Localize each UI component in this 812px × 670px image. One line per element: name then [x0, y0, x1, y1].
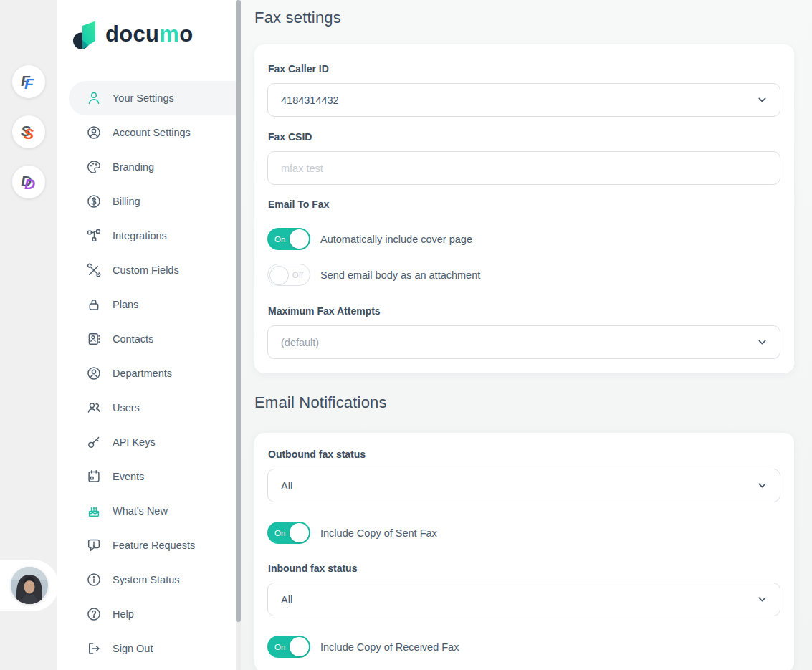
user-avatar-holder	[0, 560, 59, 611]
sidebar-item-custom-fields[interactable]: Custom Fields	[57, 253, 241, 287]
sidebar-item-whats-new[interactable]: What's New	[57, 494, 241, 528]
outbound-fax-status-select[interactable]: All	[267, 469, 780, 502]
sidebar-item-label: What's New	[113, 505, 168, 517]
chevron-down-icon	[756, 593, 768, 606]
email-body-toggle[interactable]: Off	[267, 264, 310, 286]
sidebar-item-billing[interactable]: Billing	[57, 184, 241, 219]
tools-icon	[86, 262, 102, 278]
fax-csid-label: Fax CSID	[268, 131, 780, 143]
toggle-knob	[290, 637, 309, 656]
app-switcher-strip: F F S S D D	[0, 0, 57, 670]
sent-copy-toggle-row: On Include Copy of Sent Fax	[267, 522, 780, 544]
sidebar-scrollbar-thumb[interactable]	[236, 0, 241, 622]
toggle-state-text: On	[274, 529, 285, 537]
sidebar-item-users[interactable]: Users	[57, 391, 241, 425]
toggle-knob	[290, 523, 309, 542]
sidebar-item-label: Billing	[113, 196, 140, 207]
app-badge-mdoc[interactable]: D D	[12, 166, 45, 198]
fax-settings-card: Fax Caller ID 4184314432 Fax CSID Email …	[254, 44, 794, 373]
outbound-fax-status-label: Outbound fax status	[268, 449, 780, 460]
sidebar-item-label: Plans	[113, 299, 138, 310]
contact-card-icon	[86, 331, 102, 347]
chevron-down-icon	[756, 94, 768, 106]
fax-csid-input[interactable]	[281, 163, 768, 174]
cover-page-toggle[interactable]: On	[267, 228, 310, 250]
max-fax-attempts-value: (default)	[281, 337, 319, 348]
email-notifications-title: Email Notifications	[254, 392, 794, 413]
info-circle-icon	[86, 572, 102, 588]
calendar-icon	[86, 469, 102, 484]
sidebar-item-label: Users	[113, 402, 140, 413]
fax-caller-id-select[interactable]: 4184314432	[267, 83, 780, 117]
user-icon	[86, 90, 102, 106]
svg-text:F: F	[24, 75, 34, 92]
fax-caller-id-value: 4184314432	[281, 95, 339, 106]
lock-icon	[86, 297, 102, 312]
sidebar-item-label: Events	[113, 471, 144, 482]
sidebar-item-api-keys[interactable]: API Keys	[57, 425, 241, 459]
sidebar-scrollbar	[236, 0, 241, 670]
max-fax-attempts-select[interactable]: (default)	[267, 325, 780, 359]
received-copy-toggle[interactable]: On	[267, 636, 310, 658]
sidebar-item-label: Your Settings	[113, 92, 174, 104]
fax-caller-id-label: Fax Caller ID	[268, 63, 780, 75]
user-photo	[11, 567, 48, 604]
sidebar-item-system-status[interactable]: System Status	[57, 563, 241, 597]
sidebar-item-integrations[interactable]: Integrations	[57, 219, 241, 253]
sidebar-item-departments[interactable]: Departments	[57, 356, 241, 391]
documo-logo[interactable]: documo	[73, 19, 241, 50]
sidebar-item-events[interactable]: Events	[57, 459, 241, 494]
sidebar-item-contacts[interactable]: Contacts	[57, 322, 241, 356]
received-copy-toggle-row: On Include Copy of Received Fax	[267, 636, 780, 658]
outbound-fax-status-value: All	[281, 480, 292, 492]
svg-text:S: S	[24, 125, 34, 142]
svg-text:D: D	[24, 176, 35, 192]
sidebar-item-label: Sign Out	[113, 643, 153, 654]
feedback-bubble-icon	[86, 537, 102, 553]
help-circle-icon	[86, 606, 102, 622]
inbound-fax-status-select[interactable]: All	[267, 583, 780, 616]
fax-csid-field-wrap	[267, 151, 780, 185]
chevron-down-icon	[756, 479, 768, 492]
toggle-state-text: Off	[292, 271, 303, 279]
cake-icon	[86, 503, 102, 519]
sidebar-item-label: Help	[113, 608, 134, 620]
sidebar-item-your-settings[interactable]: Your Settings	[69, 81, 241, 115]
sidebar-item-feature-requests[interactable]: Feature Requests	[57, 528, 241, 563]
sidebar-item-label: Feature Requests	[113, 540, 195, 551]
email-to-fax-label: Email To Fax	[268, 198, 780, 210]
user-circle-icon	[86, 125, 102, 140]
sidebar-item-label: API Keys	[113, 436, 156, 448]
sign-out-icon	[86, 641, 102, 656]
email-body-toggle-label: Send email body as an attachment	[320, 269, 480, 281]
user-circle-icon	[86, 365, 102, 381]
sidebar-item-sign-out[interactable]: Sign Out	[57, 631, 241, 666]
sidebar-item-branding[interactable]: Branding	[57, 150, 241, 184]
sent-copy-toggle[interactable]: On	[267, 522, 310, 544]
cover-page-toggle-row: On Automatically include cover page	[267, 228, 780, 250]
sidebar-item-account-settings[interactable]: Account Settings	[57, 115, 241, 150]
sidebar-item-label: Custom Fields	[113, 264, 179, 276]
documo-wordmark: documo	[105, 21, 193, 47]
app-badge-msign[interactable]: S S	[12, 115, 45, 148]
documo-logo-mark-icon	[73, 19, 97, 50]
sitemap-icon	[86, 228, 102, 244]
key-icon	[86, 434, 102, 450]
app-root: F F S S D D	[0, 0, 812, 670]
sidebar-item-help[interactable]: Help	[57, 597, 241, 631]
fax-settings-title: Fax settings	[254, 7, 794, 29]
inbound-fax-status-label: Inbound fax status	[268, 563, 780, 574]
sidebar-item-plans[interactable]: Plans	[57, 287, 241, 322]
sidebar-item-label: Integrations	[113, 230, 167, 241]
sidebar-nav: Your Settings Account Settings Branding	[57, 81, 241, 666]
sidebar-item-label: System Status	[113, 574, 179, 585]
sidebar-item-label: Branding	[113, 161, 154, 173]
cover-page-toggle-label: Automatically include cover page	[320, 234, 472, 245]
app-badge-mfax[interactable]: F F	[12, 65, 45, 98]
users-icon	[86, 400, 102, 416]
palette-icon	[86, 159, 102, 175]
sidebar: documo Your Settings Account Settings	[57, 0, 241, 670]
app-badges: F F S S D D	[0, 0, 57, 198]
user-avatar[interactable]	[11, 567, 48, 604]
sidebar-item-label: Account Settings	[113, 127, 191, 138]
